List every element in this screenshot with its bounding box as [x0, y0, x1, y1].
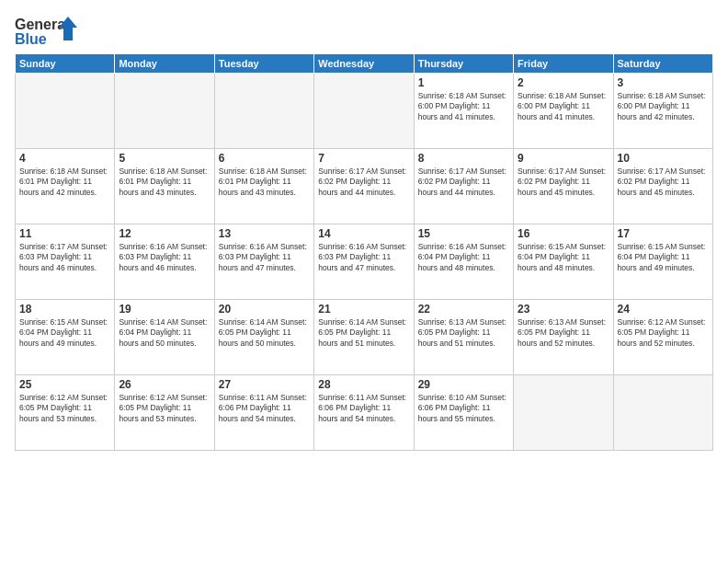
- weekday-header-monday: Monday: [115, 54, 214, 74]
- day-info: Sunrise: 6:14 AM Sunset: 6:05 PM Dayligh…: [318, 317, 409, 349]
- calendar-cell: 2Sunrise: 6:18 AM Sunset: 6:00 PM Daylig…: [514, 74, 613, 149]
- day-info: Sunrise: 6:18 AM Sunset: 6:01 PM Dayligh…: [19, 167, 110, 198]
- calendar-cell: [115, 74, 214, 149]
- calendar-cell: 1Sunrise: 6:18 AM Sunset: 6:00 PM Daylig…: [414, 74, 513, 149]
- day-number: 15: [418, 227, 509, 240]
- calendar-cell: [314, 74, 414, 149]
- day-info: Sunrise: 6:12 AM Sunset: 6:05 PM Dayligh…: [618, 317, 709, 349]
- calendar-cell: 20Sunrise: 6:14 AM Sunset: 6:05 PM Dayli…: [214, 300, 313, 375]
- day-number: 25: [19, 378, 110, 391]
- calendar-cell: 27Sunrise: 6:11 AM Sunset: 6:06 PM Dayli…: [214, 375, 313, 451]
- calendar-cell: [613, 375, 712, 451]
- weekday-header-tuesday: Tuesday: [214, 54, 313, 74]
- day-number: 4: [19, 152, 110, 165]
- calendar-cell: 6Sunrise: 6:18 AM Sunset: 6:01 PM Daylig…: [214, 149, 313, 224]
- calendar-cell: 9Sunrise: 6:17 AM Sunset: 6:02 PM Daylig…: [514, 149, 613, 224]
- day-number: 19: [119, 303, 210, 316]
- weekday-header-wednesday: Wednesday: [314, 54, 414, 74]
- calendar-cell: [16, 74, 115, 149]
- calendar-cell: [214, 74, 313, 149]
- week-row-4: 25Sunrise: 6:12 AM Sunset: 6:05 PM Dayli…: [16, 375, 713, 451]
- day-info: Sunrise: 6:15 AM Sunset: 6:04 PM Dayligh…: [618, 242, 709, 273]
- day-number: 3: [618, 76, 709, 89]
- day-number: 9: [518, 152, 609, 165]
- weekday-header-sunday: Sunday: [16, 54, 115, 74]
- calendar-cell: 14Sunrise: 6:16 AM Sunset: 6:03 PM Dayli…: [314, 224, 414, 300]
- calendar-cell: 13Sunrise: 6:16 AM Sunset: 6:03 PM Dayli…: [214, 224, 313, 300]
- day-info: Sunrise: 6:18 AM Sunset: 6:00 PM Dayligh…: [418, 91, 509, 122]
- page: GeneralBlue SundayMondayTuesdayWednesday…: [0, 0, 728, 563]
- week-row-0: 1Sunrise: 6:18 AM Sunset: 6:00 PM Daylig…: [16, 74, 713, 149]
- day-info: Sunrise: 6:14 AM Sunset: 6:04 PM Dayligh…: [119, 317, 210, 349]
- calendar-cell: 25Sunrise: 6:12 AM Sunset: 6:05 PM Dayli…: [16, 375, 115, 451]
- week-row-1: 4Sunrise: 6:18 AM Sunset: 6:01 PM Daylig…: [16, 149, 713, 224]
- weekday-header-saturday: Saturday: [613, 54, 712, 74]
- day-number: 17: [618, 227, 709, 240]
- day-info: Sunrise: 6:18 AM Sunset: 6:00 PM Dayligh…: [518, 91, 609, 122]
- calendar-cell: 4Sunrise: 6:18 AM Sunset: 6:01 PM Daylig…: [16, 149, 115, 224]
- calendar-cell: 16Sunrise: 6:15 AM Sunset: 6:04 PM Dayli…: [514, 224, 613, 300]
- day-number: 12: [119, 227, 210, 240]
- day-info: Sunrise: 6:11 AM Sunset: 6:06 PM Dayligh…: [318, 393, 409, 424]
- day-info: Sunrise: 6:17 AM Sunset: 6:02 PM Dayligh…: [518, 167, 609, 198]
- day-number: 10: [618, 152, 709, 165]
- day-number: 11: [19, 227, 110, 240]
- weekday-header-friday: Friday: [514, 54, 613, 74]
- day-number: 29: [418, 378, 509, 391]
- calendar-cell: 23Sunrise: 6:13 AM Sunset: 6:05 PM Dayli…: [514, 300, 613, 375]
- calendar-cell: 5Sunrise: 6:18 AM Sunset: 6:01 PM Daylig…: [115, 149, 214, 224]
- day-number: 26: [119, 378, 210, 391]
- day-info: Sunrise: 6:13 AM Sunset: 6:05 PM Dayligh…: [518, 317, 609, 349]
- day-info: Sunrise: 6:17 AM Sunset: 6:03 PM Dayligh…: [19, 242, 110, 273]
- day-number: 1: [418, 76, 509, 89]
- calendar-cell: 29Sunrise: 6:10 AM Sunset: 6:06 PM Dayli…: [414, 375, 513, 451]
- day-number: 14: [318, 227, 409, 240]
- calendar-cell: [514, 375, 613, 451]
- weekday-header-row: SundayMondayTuesdayWednesdayThursdayFrid…: [16, 54, 713, 74]
- day-info: Sunrise: 6:18 AM Sunset: 6:01 PM Dayligh…: [119, 167, 210, 198]
- day-info: Sunrise: 6:10 AM Sunset: 6:06 PM Dayligh…: [418, 393, 509, 424]
- calendar-cell: 15Sunrise: 6:16 AM Sunset: 6:04 PM Dayli…: [414, 224, 513, 300]
- day-number: 13: [219, 227, 310, 240]
- day-number: 2: [518, 76, 609, 89]
- day-info: Sunrise: 6:17 AM Sunset: 6:02 PM Dayligh…: [418, 167, 509, 198]
- calendar-cell: 7Sunrise: 6:17 AM Sunset: 6:02 PM Daylig…: [314, 149, 414, 224]
- calendar-cell: 26Sunrise: 6:12 AM Sunset: 6:05 PM Dayli…: [115, 375, 214, 451]
- day-info: Sunrise: 6:18 AM Sunset: 6:01 PM Dayligh…: [219, 167, 310, 198]
- calendar-cell: 24Sunrise: 6:12 AM Sunset: 6:05 PM Dayli…: [613, 300, 712, 375]
- day-info: Sunrise: 6:17 AM Sunset: 6:02 PM Dayligh…: [318, 167, 409, 198]
- svg-text:General: General: [15, 17, 70, 32]
- calendar-cell: 21Sunrise: 6:14 AM Sunset: 6:05 PM Dayli…: [314, 300, 414, 375]
- week-row-3: 18Sunrise: 6:15 AM Sunset: 6:04 PM Dayli…: [16, 300, 713, 375]
- week-row-2: 11Sunrise: 6:17 AM Sunset: 6:03 PM Dayli…: [16, 224, 713, 300]
- day-number: 16: [518, 227, 609, 240]
- day-number: 7: [318, 152, 409, 165]
- svg-text:Blue: Blue: [15, 31, 47, 47]
- weekday-header-thursday: Thursday: [414, 54, 513, 74]
- day-info: Sunrise: 6:16 AM Sunset: 6:03 PM Dayligh…: [119, 242, 210, 273]
- day-number: 21: [318, 303, 409, 316]
- logo-svg: GeneralBlue: [15, 15, 79, 48]
- calendar-cell: 19Sunrise: 6:14 AM Sunset: 6:04 PM Dayli…: [115, 300, 214, 375]
- day-info: Sunrise: 6:13 AM Sunset: 6:05 PM Dayligh…: [418, 317, 509, 349]
- day-info: Sunrise: 6:16 AM Sunset: 6:04 PM Dayligh…: [418, 242, 509, 273]
- calendar-cell: 17Sunrise: 6:15 AM Sunset: 6:04 PM Dayli…: [613, 224, 712, 300]
- day-number: 27: [219, 378, 310, 391]
- day-info: Sunrise: 6:11 AM Sunset: 6:06 PM Dayligh…: [219, 393, 310, 424]
- day-number: 8: [418, 152, 509, 165]
- calendar-cell: 11Sunrise: 6:17 AM Sunset: 6:03 PM Dayli…: [16, 224, 115, 300]
- day-number: 28: [318, 378, 409, 391]
- calendar-cell: 22Sunrise: 6:13 AM Sunset: 6:05 PM Dayli…: [414, 300, 513, 375]
- day-number: 6: [219, 152, 310, 165]
- day-number: 22: [418, 303, 509, 316]
- day-info: Sunrise: 6:12 AM Sunset: 6:05 PM Dayligh…: [19, 393, 110, 424]
- day-info: Sunrise: 6:16 AM Sunset: 6:03 PM Dayligh…: [219, 242, 310, 273]
- day-number: 23: [518, 303, 609, 316]
- day-info: Sunrise: 6:15 AM Sunset: 6:04 PM Dayligh…: [19, 317, 110, 349]
- day-number: 24: [618, 303, 709, 316]
- calendar-cell: 8Sunrise: 6:17 AM Sunset: 6:02 PM Daylig…: [414, 149, 513, 224]
- calendar-table: SundayMondayTuesdayWednesdayThursdayFrid…: [15, 53, 713, 451]
- day-info: Sunrise: 6:16 AM Sunset: 6:03 PM Dayligh…: [318, 242, 409, 273]
- day-number: 5: [119, 152, 210, 165]
- logo: GeneralBlue: [15, 15, 79, 48]
